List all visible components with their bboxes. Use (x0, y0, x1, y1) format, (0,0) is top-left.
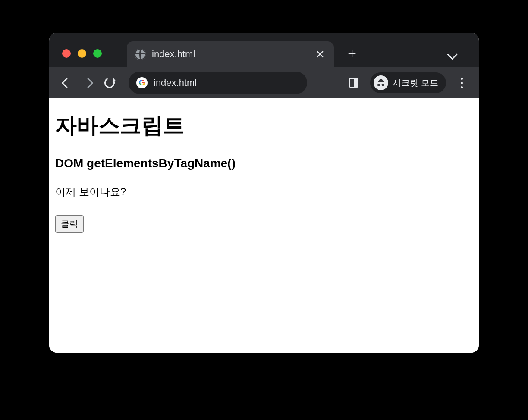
incognito-label: 시크릿 모드 (393, 77, 438, 89)
address-bar[interactable]: G index.html (129, 72, 307, 94)
window-controls (62, 49, 102, 58)
arrow-right-icon (85, 79, 92, 87)
window-close-button[interactable] (62, 49, 71, 58)
side-panel-button[interactable] (345, 74, 362, 91)
window-maximize-button[interactable] (93, 49, 102, 58)
url-text: index.html (154, 77, 197, 88)
tab-title: index.html (152, 49, 308, 60)
close-tab-button[interactable]: ✕ (314, 48, 326, 60)
tab-strip: index.html ✕ ＋ (127, 33, 361, 67)
arrow-left-icon (63, 79, 70, 87)
window-minimize-button[interactable] (78, 49, 86, 58)
back-button[interactable] (58, 74, 75, 91)
incognito-badge[interactable]: 시크릿 모드 (370, 72, 446, 93)
globe-icon (135, 49, 146, 60)
reload-icon (103, 76, 116, 90)
page-content: 자바스크립트 DOM getElementsByTagName() 이제 보이나… (49, 98, 479, 353)
browser-window: index.html ✕ ＋ G index.html 시크릿 모드 자바스크립… (49, 33, 479, 353)
browser-menu-button[interactable] (453, 74, 470, 91)
click-button[interactable]: 클릭 (55, 215, 84, 233)
page-heading-2: DOM getElementsByTagName() (55, 157, 473, 170)
reload-button[interactable] (101, 74, 118, 91)
incognito-icon (374, 75, 388, 90)
tab-list-button[interactable] (448, 51, 457, 60)
titlebar: index.html ✕ ＋ (49, 33, 479, 67)
forward-button[interactable] (79, 74, 97, 91)
page-paragraph: 이제 보이나요? (55, 185, 473, 199)
browser-tab[interactable]: index.html ✕ (127, 41, 334, 67)
google-icon: G (136, 77, 148, 88)
page-heading-1: 자바스크립트 (55, 111, 473, 140)
new-tab-button[interactable]: ＋ (343, 44, 361, 63)
panel-icon (349, 78, 358, 88)
toolbar: G index.html 시크릿 모드 (49, 67, 479, 98)
